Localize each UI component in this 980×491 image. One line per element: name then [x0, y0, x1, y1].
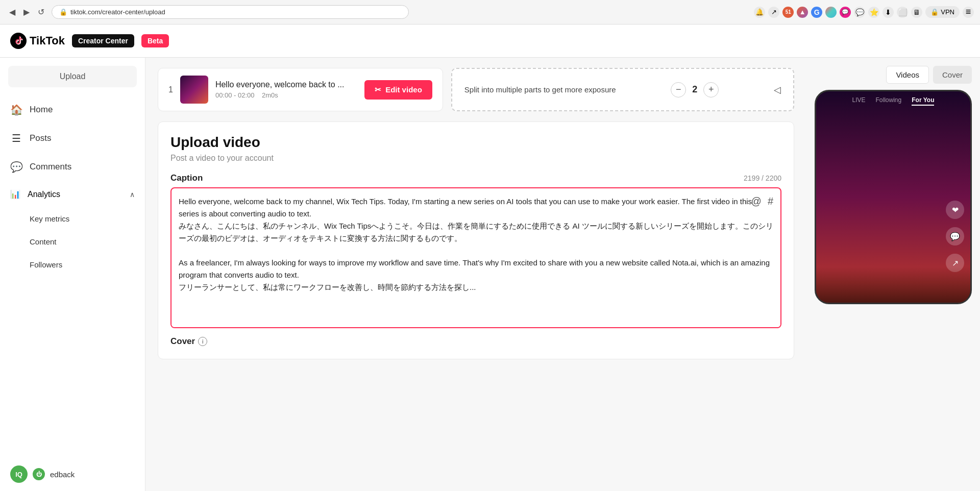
upload-section: Upload video Post a video to your accoun… — [158, 121, 794, 359]
browser-chrome: ◀ ▶ ↺ 🔒 tiktok.com/creator-center/upload… — [0, 0, 980, 24]
creator-center-badge[interactable]: Creator Center — [72, 34, 134, 47]
video-card: 1 Hello everyone, welcome back to ... 00… — [158, 68, 443, 111]
caption-icons: @ # — [751, 195, 773, 207]
beta-badge: Beta — [141, 34, 169, 47]
vpn-button[interactable]: 🔒 VPN — [925, 6, 960, 18]
sidebar-item-content[interactable]: Content — [0, 230, 145, 253]
cover-header: Cover i — [170, 336, 781, 347]
sidebar-item-posts[interactable]: ☰ Posts — [0, 124, 145, 153]
caption-label: Caption — [170, 173, 203, 183]
caption-textarea[interactable] — [179, 195, 773, 318]
video-info: Hello everyone, welcome back to ... 00:0… — [215, 80, 345, 99]
analytics-icon: 📊 — [10, 189, 20, 199]
phone-like-icon: ❤ — [946, 201, 964, 219]
phone-tiktok-ui: LIVE Following For You — [816, 96, 970, 106]
sidebar-feedback-area: IQ ⏻ edback — [0, 457, 145, 491]
caption-count: 2199 / 2200 — [744, 174, 781, 182]
sidebar-feedback-label: edback — [50, 470, 75, 479]
sidebar: Upload 🏠 Home ☰ Posts 💬 Comments 📊 Analy… — [0, 58, 145, 491]
caption-header: Caption 2199 / 2200 — [170, 173, 781, 183]
hashtag-icon[interactable]: # — [768, 195, 773, 207]
extension-icon-screen[interactable]: 🖥 — [911, 7, 922, 18]
split-collapse-button[interactable]: ◁ — [774, 84, 781, 95]
edit-video-button[interactable]: ✂ Edit video — [364, 80, 432, 100]
address-bar[interactable]: 🔒 tiktok.com/creator-center/upload — [52, 5, 409, 19]
extension-icon-chat[interactable]: 💬 — [854, 7, 865, 18]
phone-action-icons: ❤ 💬 ↗ — [946, 201, 964, 272]
split-value: 2 — [692, 84, 697, 95]
extension-icon-multi[interactable] — [825, 7, 837, 18]
extension-icon-1[interactable]: 🔔 — [754, 7, 765, 18]
refresh-button[interactable]: ↺ — [35, 5, 47, 19]
video-number: 1 — [168, 85, 173, 94]
video-title: Hello everyone, welcome back to ... — [215, 80, 345, 89]
upload-subtitle: Post a video to your account — [170, 154, 781, 163]
extension-icon-2[interactable]: ↗ — [768, 7, 779, 18]
extension-icon-pink[interactable]: 💬 — [840, 7, 851, 18]
back-button[interactable]: ◀ — [6, 5, 18, 19]
sidebar-comments-label: Comments — [30, 162, 71, 172]
extension-icon-3[interactable]: 51 — [782, 7, 794, 18]
caption-section: Caption 2199 / 2200 @ # — [170, 173, 781, 328]
caption-wrapper: @ # — [170, 187, 781, 328]
posts-icon: ☰ — [10, 132, 22, 144]
upload-title: Upload video — [170, 134, 781, 151]
forward-button[interactable]: ▶ — [20, 5, 33, 19]
feedback-power-button[interactable]: ⏻ — [33, 468, 45, 480]
video-card-left: 1 Hello everyone, welcome back to ... 00… — [168, 76, 344, 104]
cover-info-icon[interactable]: i — [198, 337, 207, 346]
extension-icon-g[interactable]: G — [811, 7, 822, 18]
browser-toolbar-right: 🔔 ↗ 51 ▲ G 💬 💬 ⭐ ⬇ ⬜ 🖥 🔒 VPN ≡ — [754, 6, 974, 18]
analytics-subitems: Key metrics Content Followers — [0, 207, 145, 276]
videos-tab[interactable]: Videos — [886, 66, 929, 84]
sidebar-posts-label: Posts — [30, 133, 52, 143]
tiktok-header: TikTok Creator Center Beta — [0, 24, 980, 58]
home-icon: 🏠 — [10, 104, 22, 116]
cover-label: Cover — [170, 336, 195, 347]
sidebar-item-home[interactable]: 🏠 Home — [0, 95, 145, 124]
video-thumbnail — [180, 76, 208, 104]
analytics-chevron-icon: ∧ — [130, 190, 135, 199]
phone-foryou-tab: For You — [912, 96, 934, 106]
sidebar-analytics-label: Analytics — [28, 190, 60, 199]
extension-icon-4[interactable]: ▲ — [797, 7, 808, 18]
extension-icon-star[interactable]: ⭐ — [868, 7, 879, 18]
extension-icon-dl[interactable]: ⬇ — [883, 7, 894, 18]
upload-sidebar-button[interactable]: Upload — [8, 66, 137, 87]
sidebar-home-label: Home — [30, 105, 53, 115]
video-meta: 00:00 - 02:00 2m0s — [215, 91, 345, 99]
phone-background: LIVE Following For You ❤ 💬 ↗ — [816, 91, 970, 303]
analytics-left: 📊 Analytics — [10, 189, 60, 199]
scissors-icon: ✂ — [375, 85, 381, 94]
sidebar-item-followers[interactable]: Followers — [0, 253, 145, 276]
right-panel: Videos Cover LIVE Following For You ❤ 💬 … — [806, 58, 980, 491]
cover-tab[interactable]: Cover — [933, 66, 972, 84]
comments-icon: 💬 — [10, 161, 22, 173]
tiktok-logo-text: TikTok — [30, 34, 65, 47]
tiktok-logo[interactable]: TikTok — [10, 33, 65, 49]
url-text: tiktok.com/creator-center/upload — [70, 8, 165, 16]
split-label: Split into multiple parts to get more ex… — [464, 85, 616, 94]
sidebar-item-comments[interactable]: 💬 Comments — [0, 153, 145, 181]
sidebar-item-analytics[interactable]: 📊 Analytics ∧ — [0, 181, 145, 207]
tiktok-logo-icon — [10, 33, 27, 49]
split-decrease-button[interactable]: − — [671, 82, 686, 97]
video-card-row: 1 Hello everyone, welcome back to ... 00… — [158, 68, 794, 111]
split-section: Split into multiple parts to get more ex… — [451, 68, 794, 111]
split-controls: − 2 + — [671, 82, 719, 97]
at-icon[interactable]: @ — [751, 195, 762, 207]
preview-tabs: Videos Cover — [815, 66, 972, 84]
app-layout: Upload 🏠 Home ☰ Posts 💬 Comments 📊 Analy… — [0, 58, 980, 491]
main-content: 1 Hello everyone, welcome back to ... 00… — [145, 58, 806, 491]
menu-button[interactable]: ≡ — [963, 7, 974, 18]
lock-icon: 🔒 — [59, 8, 67, 16]
sidebar-item-key-metrics[interactable]: Key metrics — [0, 207, 145, 230]
browser-nav-buttons: ◀ ▶ ↺ — [6, 5, 47, 19]
phone-mockup: LIVE Following For You ❤ 💬 ↗ — [815, 90, 972, 304]
phone-comment-icon: 💬 — [946, 227, 964, 245]
extension-icon-rect[interactable]: ⬜ — [897, 7, 908, 18]
phone-live-tab: LIVE — [852, 96, 866, 106]
split-increase-button[interactable]: + — [703, 82, 719, 97]
phone-bottom-fade — [816, 267, 970, 303]
phone-following-tab: Following — [876, 96, 902, 106]
